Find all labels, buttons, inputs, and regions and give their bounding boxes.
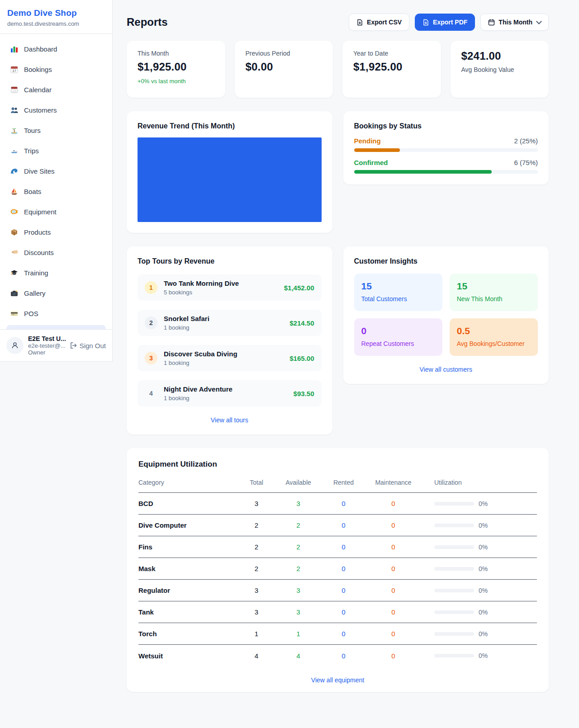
col-category: Category: [138, 479, 238, 486]
credit-card-icon: [10, 309, 18, 317]
sidebar-item-label: Bookings: [24, 66, 52, 73]
export-csv-label: Export CSV: [367, 19, 402, 26]
view-all-equipment-link[interactable]: View all equipment: [138, 676, 537, 684]
total-cell: 1: [238, 630, 275, 638]
total-cell: 3: [238, 586, 275, 594]
insight-label: Repeat Customers: [361, 340, 435, 347]
maintenance-cell: 0: [365, 652, 422, 660]
sidebar-item-dashboard[interactable]: Dashboard: [5, 40, 107, 57]
equipment-table: Category Total Available Rented Maintena…: [138, 479, 537, 667]
available-cell: 1: [275, 630, 322, 638]
category-cell: Fins: [138, 543, 238, 551]
user-info: E2E Test U... e2e-tester@... Owner: [28, 335, 65, 356]
tour-bookings: 1 booking: [164, 359, 283, 366]
sidebar-item-calendar[interactable]: Calendar: [5, 81, 107, 98]
equipment-title: Equipment Utilization: [138, 460, 537, 469]
sidebar-item-label: Trips: [24, 147, 39, 155]
sidebar-item-reports-partial[interactable]: [6, 325, 106, 329]
tour-row: 4 Night Dive Adventure 1 booking $93.50: [138, 380, 322, 407]
progress-track: [354, 170, 538, 174]
stat-value: $1,925.00: [138, 61, 214, 73]
sign-out-label: Sign Out: [80, 342, 106, 350]
customer-insights-title: Customer Insights: [354, 257, 538, 265]
utilization-bar: [434, 502, 474, 506]
header-actions: Export CSV Export PDF This Month: [349, 14, 549, 31]
insight-grid: 15 Total Customers 15 New This Month 0 R…: [354, 274, 538, 356]
stat-label: Year to Date: [353, 50, 430, 57]
stat-delta: +0% vs last month: [138, 78, 214, 85]
sidebar-item-label: Tours: [24, 127, 41, 134]
insights-row: Top Tours by Revenue 1 Two Tank Morning …: [127, 246, 549, 435]
export-pdf-button[interactable]: Export PDF: [415, 14, 475, 31]
sidebar-item-products[interactable]: Products: [5, 223, 107, 241]
col-total: Total: [238, 479, 275, 486]
maintenance-cell: 0: [365, 565, 422, 572]
diving-mask-icon: [10, 208, 18, 216]
period-dropdown[interactable]: This Month: [480, 14, 549, 31]
rented-cell: 0: [322, 500, 365, 507]
view-all-tours-link[interactable]: View all tours: [138, 416, 322, 424]
view-all-customers-link[interactable]: View all customers: [354, 366, 538, 373]
category-cell: Mask: [138, 565, 238, 572]
svg-text:17: 17: [12, 69, 16, 72]
sidebar-item-tours[interactable]: Tours: [5, 122, 107, 139]
sign-out-icon: [70, 342, 77, 349]
insight-label: New This Month: [457, 295, 531, 303]
category-cell: Regulator: [138, 586, 238, 594]
utilization-bar: [434, 567, 474, 571]
utilization-pct: 0%: [479, 630, 488, 638]
maintenance-cell: 0: [365, 521, 422, 529]
sidebar-item-pos[interactable]: POS: [5, 305, 107, 322]
revenue-trend-chart: [138, 137, 322, 222]
equipment-utilization-card: Equipment Utilization Category Total Ava…: [127, 448, 549, 692]
total-cell: 3: [238, 608, 275, 616]
rented-cell: 0: [322, 652, 365, 660]
sidebar-item-boats[interactable]: Boats: [5, 183, 107, 200]
utilization-pct: 0%: [479, 522, 488, 529]
category-cell: Torch: [138, 630, 238, 638]
file-download-icon: [356, 19, 363, 26]
speedboat-icon: [10, 147, 18, 155]
bookings-by-status-title: Bookings by Status: [354, 122, 538, 130]
stat-value: $1,925.00: [353, 61, 430, 73]
people-icon: [10, 106, 18, 114]
table-row: BCD 3 3 0 0 0%: [138, 493, 537, 515]
maintenance-cell: 0: [365, 500, 422, 507]
sidebar-item-bookings[interactable]: 17 Bookings: [5, 61, 107, 78]
sidebar-item-label: Boats: [24, 188, 41, 195]
total-cell: 3: [238, 500, 275, 507]
sidebar-item-gallery[interactable]: Gallery: [5, 284, 107, 302]
category-cell: Wetsuit: [138, 652, 238, 660]
table-row: Mask 2 2 0 0 0%: [138, 558, 537, 580]
sidebar-item-customers[interactable]: Customers: [5, 101, 107, 118]
file-download-icon: [422, 19, 429, 26]
sidebar-item-discounts[interactable]: Discounts: [5, 244, 107, 261]
tour-bookings: 1 booking: [164, 395, 287, 402]
utilization-bar: [434, 589, 474, 592]
maintenance-cell: 0: [365, 608, 422, 616]
stat-value: $241.00: [461, 50, 538, 62]
sidebar-item-trips[interactable]: Trips: [5, 142, 107, 159]
stat-card-year-to-date: Year to Date $1,925.00: [342, 41, 441, 98]
tour-name: Two Tank Morning Dive: [164, 279, 239, 287]
user-section: E2E Test U... e2e-tester@... Owner Sign …: [0, 329, 112, 361]
maintenance-cell: 0: [365, 630, 422, 638]
progress-fill: [354, 148, 400, 152]
stat-label: Avg Booking Value: [461, 66, 538, 73]
user-email: e2e-tester@...: [28, 342, 65, 349]
tour-name: Night Dive Adventure: [164, 385, 233, 393]
maintenance-cell: 0: [365, 543, 422, 551]
sidebar-item-equipment[interactable]: Equipment: [5, 203, 107, 220]
export-csv-button[interactable]: Export CSV: [349, 14, 409, 31]
sign-out-button[interactable]: Sign Out: [70, 342, 106, 350]
status-label: Confirmed: [354, 159, 388, 166]
category-cell: Dive Computer: [138, 521, 238, 529]
stat-card-avg-booking-value: $241.00 Avg Booking Value: [451, 41, 549, 98]
table-header-row: Category Total Available Rented Maintena…: [138, 479, 537, 493]
tour-bookings: 5 bookings: [164, 289, 278, 296]
sidebar-item-dive-sites[interactable]: Dive Sites: [5, 162, 107, 180]
tour-row: 2 Snorkel Safari 1 booking $214.50: [138, 310, 322, 336]
sidebar-item-training[interactable]: Training: [5, 264, 107, 281]
sidebar-item-label: Customers: [24, 106, 57, 114]
top-tours-title: Top Tours by Revenue: [138, 257, 322, 265]
